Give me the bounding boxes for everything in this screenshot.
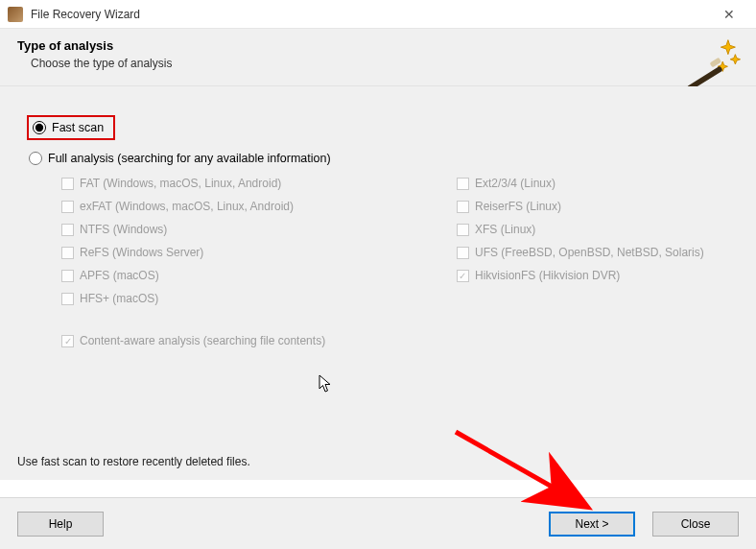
checkbox-icon bbox=[61, 247, 74, 259]
filesystem-label: HFS+ (macOS) bbox=[80, 292, 158, 305]
button-bar: Help Next > Close bbox=[0, 497, 756, 549]
full-analysis-label: Full analysis (searching for any availab… bbox=[48, 152, 331, 165]
checkbox-icon bbox=[457, 224, 469, 236]
fast-scan-radio[interactable] bbox=[33, 121, 46, 134]
content-aware-option: ✓ Content-aware analysis (searching file… bbox=[61, 334, 729, 347]
filesystem-label: Ext2/3/4 (Linux) bbox=[475, 177, 555, 190]
svg-marker-1 bbox=[730, 55, 740, 64]
page-heading: Type of analysis bbox=[17, 38, 739, 53]
checkbox-icon bbox=[457, 247, 469, 259]
checkbox-icon bbox=[61, 201, 74, 213]
fast-scan-option[interactable]: Fast scan bbox=[27, 115, 729, 140]
filesystem-checkbox: APFS (macOS) bbox=[61, 269, 294, 282]
checkbox-icon bbox=[61, 224, 74, 236]
filesystem-checkbox: XFS (Linux) bbox=[457, 223, 704, 236]
full-analysis-option[interactable]: Full analysis (searching for any availab… bbox=[29, 152, 729, 165]
close-icon: ✕ bbox=[723, 7, 735, 22]
filesystem-checkbox: ✓HikvisionFS (Hikvision DVR) bbox=[457, 269, 704, 282]
filesystem-checkbox: ReiserFS (Linux) bbox=[457, 200, 704, 213]
filesystem-checkbox: ReFS (Windows Server) bbox=[61, 246, 294, 259]
filesystem-checkbox: NTFS (Windows) bbox=[61, 223, 294, 236]
wizard-wand-icon bbox=[683, 35, 741, 92]
close-button[interactable]: Close bbox=[652, 512, 739, 537]
filesystem-label: ReFS (Windows Server) bbox=[80, 246, 203, 259]
checkbox-icon bbox=[457, 178, 469, 190]
next-button[interactable]: Next > bbox=[549, 512, 635, 537]
full-analysis-radio[interactable] bbox=[29, 152, 42, 165]
hint-text: Use fast scan to restore recently delete… bbox=[17, 455, 250, 468]
app-icon bbox=[8, 7, 23, 22]
help-button[interactable]: Help bbox=[17, 512, 104, 537]
wizard-header: Type of analysis Choose the type of anal… bbox=[0, 29, 756, 86]
fast-scan-label: Fast scan bbox=[52, 121, 104, 134]
checkbox-icon bbox=[457, 201, 469, 213]
content-aware-label: Content-aware analysis (searching file c… bbox=[80, 334, 325, 347]
filesystem-checkbox: exFAT (Windows, macOS, Linux, Android) bbox=[61, 200, 294, 213]
window-close-button[interactable]: ✕ bbox=[710, 1, 748, 28]
titlebar: File Recovery Wizard ✕ bbox=[0, 0, 756, 29]
window-title: File Recovery Wizard bbox=[31, 8, 140, 21]
filesystem-label: APFS (macOS) bbox=[80, 269, 159, 282]
svg-marker-0 bbox=[721, 40, 735, 55]
content-aware-checkbox: ✓ bbox=[61, 335, 74, 347]
filesystem-label: ReiserFS (Linux) bbox=[475, 200, 561, 213]
fast-scan-highlight: Fast scan bbox=[27, 115, 115, 140]
filesystem-options: FAT (Windows, macOS, Linux, Android)exFA… bbox=[61, 177, 729, 305]
filesystem-checkbox: HFS+ (macOS) bbox=[61, 292, 294, 305]
page-subtitle: Choose the type of analysis bbox=[31, 57, 739, 70]
filesystem-checkbox: Ext2/3/4 (Linux) bbox=[457, 177, 704, 190]
filesystem-checkbox: UFS (FreeBSD, OpenBSD, NetBSD, Solaris) bbox=[457, 246, 704, 259]
wizard-body: Fast scan Full analysis (searching for a… bbox=[0, 86, 756, 480]
filesystem-label: FAT (Windows, macOS, Linux, Android) bbox=[80, 177, 281, 190]
filesystem-label: XFS (Linux) bbox=[475, 223, 535, 236]
filesystem-label: UFS (FreeBSD, OpenBSD, NetBSD, Solaris) bbox=[475, 246, 704, 259]
filesystem-checkbox: FAT (Windows, macOS, Linux, Android) bbox=[61, 177, 294, 190]
filesystem-label: exFAT (Windows, macOS, Linux, Android) bbox=[80, 200, 294, 213]
checkbox-icon: ✓ bbox=[457, 270, 469, 282]
checkbox-icon bbox=[61, 178, 74, 190]
mouse-cursor-icon bbox=[319, 374, 334, 394]
checkbox-icon bbox=[61, 293, 74, 305]
checkbox-icon bbox=[61, 270, 74, 282]
filesystem-label: HikvisionFS (Hikvision DVR) bbox=[475, 269, 620, 282]
filesystem-label: NTFS (Windows) bbox=[80, 223, 167, 236]
